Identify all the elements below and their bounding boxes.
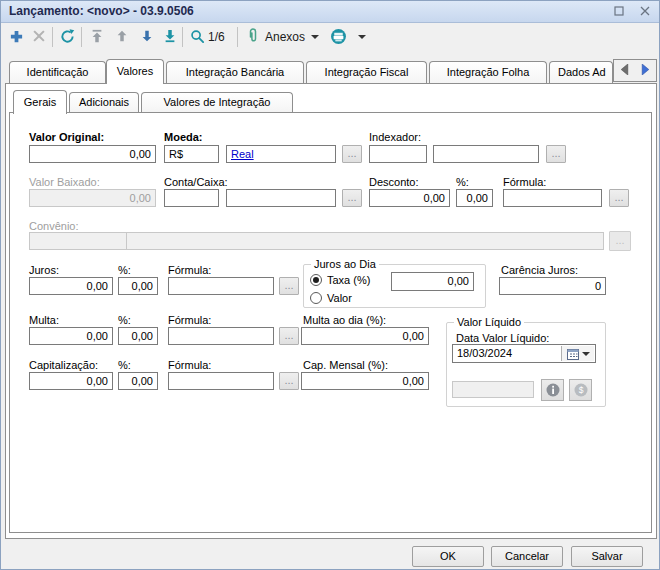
print-menu-button[interactable] [356, 26, 368, 48]
search-icon [190, 29, 205, 46]
paperclip-icon [247, 28, 260, 46]
toolbar-separator [81, 27, 82, 47]
ok-button[interactable]: OK [412, 546, 484, 567]
tab-identificacao[interactable]: Identificação [9, 61, 106, 83]
subtab-valores-de-integracao[interactable]: Valores de Integração [141, 92, 293, 112]
refresh-button[interactable] [56, 26, 78, 48]
add-button[interactable] [5, 26, 27, 48]
search-button[interactable] [186, 26, 208, 48]
gerais-subtab-panel [9, 112, 652, 533]
chevron-down-icon [311, 35, 319, 39]
close-button[interactable] [635, 3, 655, 20]
save-button[interactable]: Salvar [571, 546, 643, 567]
chevron-down-icon [358, 35, 366, 39]
window-title: Lançamento: <novo> - 03.9.0506 [9, 1, 194, 22]
x-icon [32, 29, 46, 45]
arrow-down-icon [140, 29, 154, 45]
maximize-button[interactable] [609, 3, 629, 20]
printer-icon [330, 28, 347, 47]
subtab-adicionais[interactable]: Adicionais [69, 92, 139, 112]
tab-integracao-bancaria[interactable]: Integração Bancária [166, 61, 304, 83]
arrow-bottom-icon [163, 29, 177, 45]
titlebar[interactable]: Lançamento: <novo> - 03.9.0506 [1, 1, 659, 23]
refresh-icon [60, 29, 75, 46]
tab-integracao-fiscal[interactable]: Integração Fiscal [306, 61, 427, 83]
plus-icon [9, 29, 24, 46]
tab-scroll-left-button[interactable] [619, 64, 630, 77]
toolbar-separator [237, 27, 238, 47]
tab-valores[interactable]: Valores [106, 59, 164, 84]
tab-scroll-buttons [613, 59, 657, 82]
attachments-menu-button[interactable] [309, 26, 321, 48]
cancel-button[interactable]: Cancelar [491, 546, 563, 567]
toolbar-separator [52, 27, 53, 47]
tab-dados-adicionais[interactable]: Dados Ad [549, 61, 613, 83]
record-counter: 1/6 [208, 26, 225, 48]
move-up-button[interactable] [111, 26, 133, 48]
arrow-up-icon [115, 29, 129, 45]
move-down-button[interactable] [136, 26, 158, 48]
subtab-gerais[interactable]: Gerais [13, 90, 67, 114]
delete-button[interactable] [28, 26, 50, 48]
move-first-button[interactable] [86, 26, 108, 48]
tab-scroll-right-button[interactable] [640, 64, 651, 77]
arrow-top-icon [90, 29, 104, 45]
toolbar-separator [182, 27, 183, 47]
move-last-button[interactable] [159, 26, 181, 48]
close-icon [640, 6, 650, 18]
lancamento-window: Lançamento: <novo> - 03.9.0506 [0, 0, 660, 570]
print-button[interactable] [327, 26, 349, 48]
tab-integracao-folha[interactable]: Integração Folha [429, 61, 547, 83]
attachments-button[interactable] [244, 26, 262, 48]
maximize-icon [614, 6, 624, 18]
attachments-label[interactable]: Anexos [265, 26, 305, 48]
